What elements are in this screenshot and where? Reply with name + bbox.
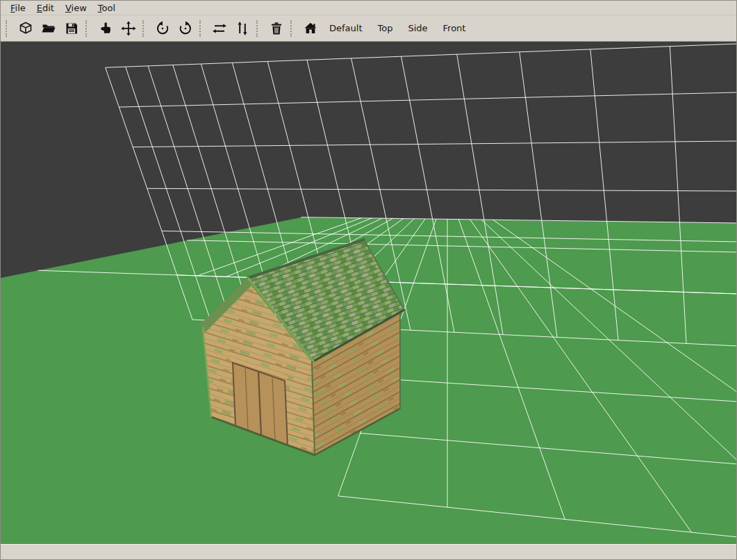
viewport-3d[interactable] <box>1 42 736 544</box>
save-icon <box>64 21 79 36</box>
select-button[interactable] <box>94 17 117 39</box>
menu-edit[interactable]: Edit <box>31 2 60 14</box>
cube-icon <box>18 21 33 36</box>
toolbar-grip <box>85 20 90 37</box>
flip-horizontal-button[interactable] <box>208 17 231 39</box>
open-folder-icon <box>41 21 56 36</box>
view-side-button[interactable]: Side <box>400 19 435 37</box>
rotate-ccw-icon <box>155 21 170 36</box>
swap-horizontal-icon <box>212 21 227 36</box>
rotate-ccw-button[interactable] <box>151 17 174 39</box>
toolbar-grip <box>199 20 204 37</box>
trash-icon <box>269 21 284 36</box>
status-bar <box>1 544 736 559</box>
save-button[interactable] <box>60 17 83 39</box>
hand-icon <box>98 21 113 36</box>
rotate-cw-icon <box>178 21 193 36</box>
swap-vertical-icon <box>235 21 250 36</box>
open-button[interactable] <box>37 17 60 39</box>
toolbar-grip <box>256 20 260 37</box>
toolbar-grip <box>142 20 147 37</box>
view-top-button[interactable]: Top <box>370 19 401 37</box>
home-icon <box>303 21 318 36</box>
toolbar-grip <box>290 20 295 37</box>
view-default-button[interactable]: Default <box>322 19 370 37</box>
menu-bar: File Edit View Tool <box>1 1 736 15</box>
scene-canvas[interactable] <box>1 42 736 544</box>
delete-button[interactable] <box>265 17 288 39</box>
app-window: File Edit View Tool <box>0 0 737 560</box>
home-view-button[interactable] <box>299 17 322 39</box>
view-front-button[interactable]: Front <box>436 19 474 37</box>
menu-file[interactable]: File <box>5 2 31 14</box>
toolbar: Default Top Side Front <box>1 15 736 42</box>
menu-view[interactable]: View <box>60 2 92 14</box>
new-model-button[interactable] <box>14 17 37 39</box>
menu-tool[interactable]: Tool <box>92 2 121 14</box>
rotate-cw-button[interactable] <box>174 17 197 39</box>
flip-vertical-button[interactable] <box>231 17 254 39</box>
toolbar-grip <box>6 20 10 37</box>
move-icon <box>121 21 136 36</box>
move-button[interactable] <box>117 17 140 39</box>
